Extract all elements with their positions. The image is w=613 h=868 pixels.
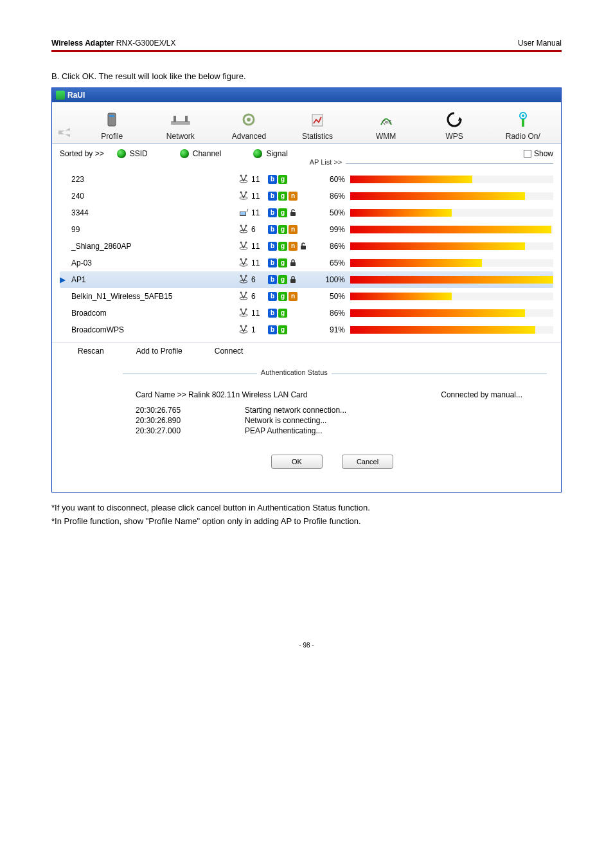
- mode-g-icon: g: [278, 292, 287, 301]
- mode-b-icon: b: [268, 242, 277, 251]
- ap-modes: bgn: [268, 225, 319, 234]
- toolbar-label: WPS: [446, 132, 463, 141]
- ap-row[interactable]: 24011bgn86%: [60, 188, 553, 204]
- back-arrow-button[interactable]: [56, 124, 73, 141]
- rescan-button[interactable]: Rescan: [78, 347, 104, 356]
- mode-b-icon: b: [268, 175, 277, 184]
- ap-row[interactable]: Ap-0311bg65%: [60, 255, 553, 271]
- ap-ssid: _Shiang_2860AP: [69, 242, 236, 251]
- app-icon: [56, 91, 65, 100]
- mode-b-icon: b: [268, 292, 277, 301]
- toolbar-label: Radio On/: [506, 132, 540, 141]
- add-to-profile-button[interactable]: Add to Profile: [136, 347, 182, 356]
- network-type-icon: [236, 208, 249, 219]
- log-time: 20:30:26.765: [136, 406, 206, 415]
- connect-button[interactable]: Connect: [215, 347, 244, 356]
- ap-ssid: 99: [69, 225, 236, 234]
- svg-point-16: [245, 174, 247, 176]
- ap-list-legend: AP List >>: [52, 158, 561, 166]
- toolbar-network[interactable]: Network: [147, 109, 215, 141]
- ap-channel: 11: [249, 175, 268, 184]
- cancel-button[interactable]: Cancel: [342, 455, 393, 469]
- svg-marker-0: [58, 128, 70, 137]
- auth-status-panel: Authentication Status Card Name >> Ralin…: [58, 368, 555, 485]
- ap-channel: 11: [249, 309, 268, 318]
- toolbar-wmm[interactable]: QoSWMM: [351, 109, 420, 141]
- toolbar-icon: [283, 109, 352, 131]
- mode-g-icon: g: [278, 275, 287, 284]
- toolbar-radioon[interactable]: Radio On/: [488, 109, 557, 141]
- radio-icon: [117, 149, 126, 158]
- svg-rect-23: [290, 212, 296, 216]
- network-type-icon: [236, 275, 249, 285]
- svg-point-40: [240, 291, 242, 293]
- network-type-icon: [236, 325, 249, 336]
- selected-arrow-icon: ▶: [60, 275, 69, 284]
- svg-point-36: [240, 275, 242, 276]
- svg-point-47: [245, 325, 247, 327]
- svg-rect-30: [301, 246, 306, 249]
- ap-channel: 11: [249, 208, 268, 217]
- svg-point-29: [245, 241, 247, 243]
- mode-n-icon: n: [289, 242, 298, 251]
- signal-bar: [350, 176, 553, 183]
- network-type-icon: [236, 191, 249, 202]
- svg-rect-4: [173, 116, 176, 122]
- sort-signal[interactable]: Signal: [253, 149, 287, 158]
- show-checkbox[interactable]: Show: [524, 149, 553, 158]
- main-toolbar: ProfileNetworkAdvancedStatisticsQoSWMMWP…: [52, 102, 561, 144]
- ap-channel: 11: [249, 258, 268, 267]
- ap-row[interactable]: 22311bg60%: [60, 171, 553, 188]
- toolbar-statistics[interactable]: Statistics: [283, 109, 352, 141]
- sort-channel[interactable]: Channel: [180, 149, 222, 158]
- doc-title-right: User Manual: [518, 39, 562, 48]
- doc-header: Wireless Adapter RNX-G300EX/LX User Manu…: [51, 39, 562, 52]
- signal-bar: [350, 192, 553, 200]
- ap-row[interactable]: 996bgn99%: [60, 221, 553, 238]
- toolbar-label: Advanced: [232, 132, 266, 141]
- mode-g-icon: g: [278, 192, 287, 201]
- svg-rect-38: [290, 279, 296, 283]
- ap-row[interactable]: BroadcomWPS1bg91%: [60, 321, 553, 338]
- mode-g-icon: g: [278, 208, 287, 217]
- toolbar-icon: [147, 109, 215, 131]
- ap-row[interactable]: _Shiang_2860AP11bgn86%: [60, 238, 553, 255]
- sort-signal-label: Signal: [266, 149, 287, 158]
- ap-ssid: Belkin_N1_Wireless_5AFB15: [69, 292, 236, 301]
- auth-log-row: 20:30:26.890Network is connecting...: [136, 416, 529, 425]
- ap-modes: bg: [268, 258, 319, 267]
- ap-row[interactable]: Broadcom11bg86%: [60, 305, 553, 321]
- svg-rect-34: [290, 262, 296, 266]
- mode-g-icon: g: [278, 242, 287, 251]
- mode-b-icon: b: [268, 192, 277, 201]
- ap-row[interactable]: ▶AP16bg100%: [60, 271, 553, 288]
- footnote-2: *In Profile function, show "Profile Name…: [51, 516, 562, 526]
- toolbar-icon: [78, 109, 147, 131]
- auth-legend: Authentication Status: [257, 368, 332, 376]
- ok-button[interactable]: OK: [271, 455, 323, 469]
- sort-ssid[interactable]: SSID: [117, 149, 148, 158]
- ap-modes: bg: [268, 309, 319, 318]
- mode-g-icon: g: [278, 175, 287, 184]
- toolbar-wps[interactable]: WPS: [420, 109, 489, 141]
- sort-label: Sorted by >>: [60, 149, 104, 158]
- svg-point-28: [240, 241, 242, 243]
- svg-point-26: [245, 224, 247, 226]
- svg-rect-2: [109, 115, 114, 117]
- mode-n-icon: n: [289, 292, 298, 301]
- signal-bar: [350, 326, 553, 334]
- svg-point-12: [522, 114, 524, 117]
- toolbar-profile[interactable]: Profile: [78, 109, 147, 141]
- ap-row[interactable]: 334411bg50%: [60, 204, 553, 221]
- action-button-row: Rescan Add to Profile Connect: [52, 342, 561, 362]
- title-bar: RaUI: [52, 88, 561, 102]
- ap-signal: 91%: [319, 325, 350, 334]
- toolbar-icon: [420, 109, 489, 131]
- ap-signal: 50%: [319, 292, 350, 301]
- ap-ssid: BroadcomWPS: [69, 325, 236, 334]
- ap-row[interactable]: Belkin_N1_Wireless_5AFB156bgn50%: [60, 288, 553, 305]
- toolbar-advanced[interactable]: Advanced: [215, 109, 283, 141]
- ap-channel: 11: [249, 192, 268, 201]
- toolbar-label: Network: [166, 132, 195, 141]
- svg-rect-5: [185, 116, 188, 122]
